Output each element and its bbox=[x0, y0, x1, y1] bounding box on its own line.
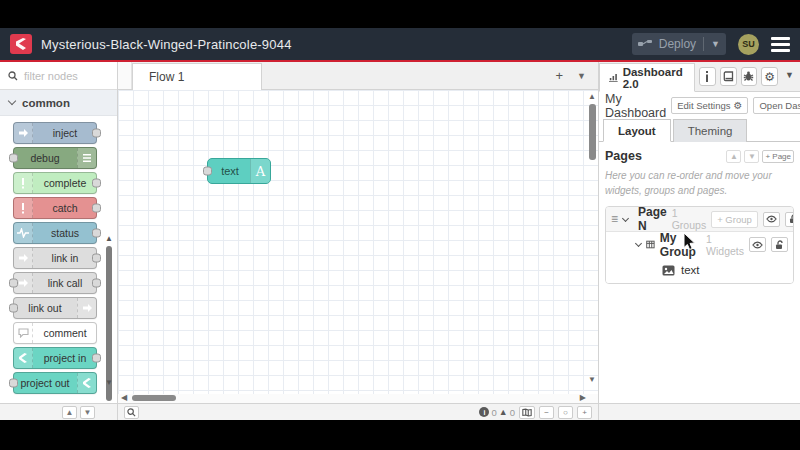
tab-dashboard-2[interactable]: Dashboard 2.0 bbox=[599, 63, 695, 92]
palette-node-project-out[interactable]: project out bbox=[13, 372, 97, 394]
scroll-up-icon[interactable]: ▲ bbox=[587, 92, 597, 101]
palette-search-placeholder: filter nodes bbox=[24, 70, 78, 82]
move-page-up-button[interactable]: ▲ bbox=[726, 150, 741, 163]
navigator-button[interactable] bbox=[519, 406, 535, 419]
flow-tab[interactable]: Flow 1 bbox=[132, 63, 262, 90]
palette-node-status[interactable]: status bbox=[13, 222, 97, 244]
edit-settings-button[interactable]: Edit Settings ⚙ bbox=[671, 97, 748, 114]
tab-layout[interactable]: Layout bbox=[603, 119, 671, 142]
palette-scrollbar[interactable]: ▲ ▼ bbox=[104, 238, 114, 383]
collapse-categories-button[interactable]: ▲ bbox=[62, 406, 77, 419]
group-visibility-button[interactable] bbox=[749, 237, 766, 252]
move-page-down-button[interactable]: ▼ bbox=[744, 150, 759, 163]
notices-count[interactable]: i 0 ▲ 0 bbox=[479, 407, 515, 418]
status-icon bbox=[14, 223, 33, 243]
palette-node-inject[interactable]: inject bbox=[13, 122, 97, 144]
pages-help-text: Here you can re-order and move your widg… bbox=[605, 169, 794, 198]
palette-node-link-out[interactable]: link out bbox=[13, 297, 97, 319]
palette-category-common[interactable]: common bbox=[0, 90, 117, 116]
expand-categories-button[interactable]: ▼ bbox=[80, 406, 95, 419]
palette-node-project-in[interactable]: project in bbox=[13, 347, 97, 369]
dashboard-subtabs: Layout Theming bbox=[599, 119, 800, 142]
group-lock-button[interactable] bbox=[771, 237, 788, 252]
scroll-left-icon[interactable]: ◀ bbox=[121, 393, 127, 402]
zoom-out-button[interactable]: − bbox=[539, 406, 554, 419]
bug-icon bbox=[743, 71, 754, 82]
pages-tree: ≡ Page N 1 Groups + Group bbox=[605, 206, 794, 284]
layout-panel: Pages ▲ ▼ + Page Here you can re-order a… bbox=[599, 142, 800, 403]
palette-node-link-in[interactable]: link in bbox=[13, 247, 97, 269]
flow-list-caret-icon[interactable]: ▼ bbox=[577, 71, 586, 81]
deploy-button[interactable]: Deploy ▼ bbox=[632, 33, 726, 55]
scroll-down-icon[interactable]: ▼ bbox=[104, 378, 114, 387]
inject-icon bbox=[14, 123, 33, 143]
palette-search[interactable]: filter nodes bbox=[0, 62, 117, 90]
search-flows-button[interactable] bbox=[124, 406, 139, 419]
help-tab-button[interactable] bbox=[720, 67, 737, 86]
h-scrollbar-thumb[interactable] bbox=[132, 395, 176, 401]
info-icon bbox=[705, 71, 709, 82]
workspace-canvas[interactable]: text A ▲ ▼ bbox=[118, 90, 598, 394]
tab-theming[interactable]: Theming bbox=[673, 119, 748, 142]
project-out-icon bbox=[77, 373, 96, 393]
link-in-icon bbox=[14, 248, 33, 268]
page-visibility-button[interactable] bbox=[763, 212, 780, 227]
sidebar-tab-bar: Dashboard 2.0 ⚙ ▼ bbox=[599, 62, 800, 92]
deploy-divider bbox=[703, 37, 704, 51]
config-tab-button[interactable]: ⚙ bbox=[761, 67, 778, 86]
page-lock-button[interactable] bbox=[785, 212, 794, 227]
chevron-down-icon[interactable] bbox=[635, 240, 642, 247]
image-icon bbox=[662, 265, 675, 276]
node-output-port bbox=[92, 129, 101, 138]
palette-footer: ▲ ▼ bbox=[0, 403, 117, 420]
user-avatar[interactable]: SU bbox=[738, 34, 759, 55]
deploy-label: Deploy bbox=[659, 37, 696, 51]
main-menu-icon[interactable] bbox=[771, 37, 790, 52]
scroll-down-icon[interactable]: ▼ bbox=[587, 375, 597, 384]
node-input-port bbox=[9, 304, 18, 313]
add-group-button[interactable]: + Group bbox=[711, 211, 758, 228]
node-output-port bbox=[92, 229, 101, 238]
project-in-icon bbox=[14, 348, 33, 368]
debug-tab-button[interactable] bbox=[741, 67, 758, 86]
main-area: filter nodes common inject debug bbox=[0, 62, 800, 420]
palette-node-catch[interactable]: catch bbox=[13, 197, 97, 219]
palette-node-complete[interactable]: complete bbox=[13, 172, 97, 194]
v-scrollbar-thumb[interactable] bbox=[589, 104, 596, 160]
zoom-reset-button[interactable]: ○ bbox=[558, 406, 573, 419]
palette-node-link-call[interactable]: link call bbox=[13, 272, 97, 294]
tree-row-widget[interactable]: text bbox=[606, 257, 793, 283]
scroll-right-icon[interactable]: ▶ bbox=[580, 393, 586, 402]
open-dashboard-button[interactable]: Open Dashboard bbox=[753, 97, 800, 114]
palette-node-comment[interactable]: comment bbox=[13, 322, 97, 344]
sidebar-footer bbox=[599, 403, 800, 420]
flow-tab-bar: Flow 1 + ▼ bbox=[118, 62, 598, 90]
zoom-in-button[interactable]: + bbox=[577, 406, 592, 419]
palette-node-debug[interactable]: debug bbox=[13, 147, 97, 169]
canvas-vertical-scrollbar[interactable]: ▲ ▼ bbox=[587, 90, 597, 384]
eye-icon bbox=[752, 241, 763, 249]
tree-row-page[interactable]: ≡ Page N 1 Groups + Group bbox=[606, 207, 793, 232]
info-tab-button[interactable] bbox=[699, 67, 716, 86]
gear-icon: ⚙ bbox=[734, 100, 743, 111]
add-page-button[interactable]: + Page bbox=[762, 150, 794, 163]
gear-icon: ⚙ bbox=[764, 70, 775, 84]
tree-row-group[interactable]: My Group 1 Widgets bbox=[606, 232, 793, 257]
unlock-icon bbox=[789, 214, 794, 224]
canvas-horizontal-scrollbar[interactable]: ◀ ▶ bbox=[118, 394, 598, 403]
comment-icon bbox=[14, 323, 33, 343]
chevron-down-icon[interactable] bbox=[622, 214, 629, 221]
map-icon bbox=[522, 408, 532, 417]
add-flow-button[interactable]: + bbox=[555, 68, 563, 83]
drag-handle-icon[interactable]: ≡ bbox=[611, 213, 618, 225]
deploy-caret-icon[interactable]: ▼ bbox=[711, 39, 720, 49]
node-input-port bbox=[9, 154, 18, 163]
sidebar-tabs-caret-icon[interactable]: ▼ bbox=[785, 70, 794, 80]
node-output-port bbox=[92, 179, 101, 188]
debug-icon bbox=[77, 148, 96, 168]
node-input-port[interactable] bbox=[203, 167, 212, 176]
search-icon bbox=[127, 408, 136, 417]
canvas-footer: i 0 ▲ 0 − ○ + bbox=[118, 403, 598, 420]
scroll-up-icon[interactable]: ▲ bbox=[104, 234, 114, 243]
canvas-node-text[interactable]: text A bbox=[207, 158, 271, 184]
